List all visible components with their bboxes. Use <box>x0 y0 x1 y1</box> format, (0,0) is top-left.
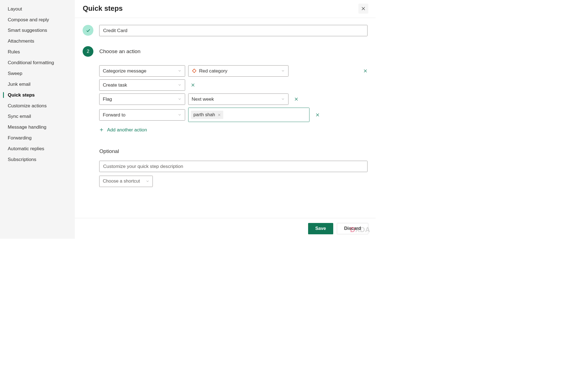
action-select-forward-to[interactable]: Forward to <box>99 109 185 121</box>
shortcut-label: Choose a shortcut <box>103 178 140 184</box>
sidebar-item-conditional-formatting[interactable]: Conditional formatting <box>0 57 75 68</box>
close-icon <box>361 6 366 11</box>
sidebar-item-compose-reply[interactable]: Compose and reply <box>0 14 75 25</box>
action-select-categorize[interactable]: Categorize message <box>99 65 185 77</box>
chevron-down-icon <box>178 83 182 87</box>
chevron-down-icon <box>281 69 285 73</box>
recipient-name: parth shah <box>193 112 215 118</box>
chevron-down-icon <box>146 179 149 183</box>
sidebar-item-customize-actions[interactable]: Customize actions <box>0 100 75 111</box>
sidebar-item-quick-steps[interactable]: Quick steps <box>0 90 75 100</box>
forward-to-people-input[interactable]: parth shah <box>188 108 309 122</box>
step-1-badge <box>83 25 93 35</box>
quick-step-name-input[interactable] <box>99 25 368 36</box>
step-2-badge: 2 <box>83 46 93 57</box>
action-label: Flag <box>103 96 112 102</box>
page-title: Quick steps <box>83 4 123 12</box>
tag-icon <box>192 68 197 73</box>
category-label: Red category <box>199 68 227 74</box>
shortcut-select[interactable]: Choose a shortcut <box>99 176 153 187</box>
add-action-label: Add another action <box>107 127 147 133</box>
sidebar-item-attachments[interactable]: Attachments <box>0 36 75 46</box>
sidebar-item-layout[interactable]: Layout <box>0 4 75 14</box>
settings-sidebar: Layout Compose and reply Smart suggestio… <box>0 0 75 239</box>
close-button[interactable] <box>358 4 368 14</box>
recipient-pill[interactable]: parth shah <box>191 111 223 119</box>
category-select[interactable]: Red category <box>188 65 288 77</box>
sidebar-item-junk-email[interactable]: Junk email <box>0 79 75 90</box>
panel-header: Quick steps <box>75 0 375 18</box>
optional-heading: Optional <box>99 148 368 154</box>
save-button[interactable]: Save <box>308 223 334 234</box>
choose-action-heading: Choose an action <box>99 48 140 54</box>
remove-action-button[interactable] <box>315 113 320 117</box>
description-input[interactable] <box>99 161 368 172</box>
sidebar-item-forwarding[interactable]: Forwarding <box>0 133 75 143</box>
chevron-down-icon <box>178 97 182 101</box>
check-icon <box>86 28 91 33</box>
add-another-action-button[interactable]: Add another action <box>99 127 368 133</box>
remove-recipient-icon[interactable] <box>217 113 221 117</box>
panel-footer: Save Discard <box>75 218 375 239</box>
sidebar-item-subscriptions[interactable]: Subscriptions <box>0 154 75 165</box>
flag-label: Next week <box>192 96 214 102</box>
remove-action-button[interactable] <box>191 83 195 87</box>
action-select-flag[interactable]: Flag <box>99 94 185 105</box>
chevron-down-icon <box>178 69 182 73</box>
action-label: Create task <box>103 82 127 88</box>
sidebar-item-rules[interactable]: Rules <box>0 46 75 57</box>
remove-action-button[interactable] <box>363 69 368 73</box>
chevron-down-icon <box>281 97 285 101</box>
svg-point-0 <box>193 70 194 70</box>
remove-action-button[interactable] <box>294 97 299 102</box>
action-select-create-task[interactable]: Create task <box>99 79 185 91</box>
flag-due-select[interactable]: Next week <box>188 94 288 105</box>
sidebar-item-message-handling[interactable]: Message handling <box>0 122 75 133</box>
plus-icon <box>99 128 104 132</box>
chevron-down-icon <box>178 113 182 117</box>
action-label: Forward to <box>103 112 125 118</box>
sidebar-item-smart-suggestions[interactable]: Smart suggestions <box>0 25 75 36</box>
sidebar-item-automatic-replies[interactable]: Automatic replies <box>0 143 75 154</box>
sidebar-item-sweep[interactable]: Sweep <box>0 68 75 79</box>
discard-button[interactable]: Discard <box>337 223 368 234</box>
sidebar-item-sync-email[interactable]: Sync email <box>0 111 75 122</box>
action-label: Categorize message <box>103 68 146 74</box>
